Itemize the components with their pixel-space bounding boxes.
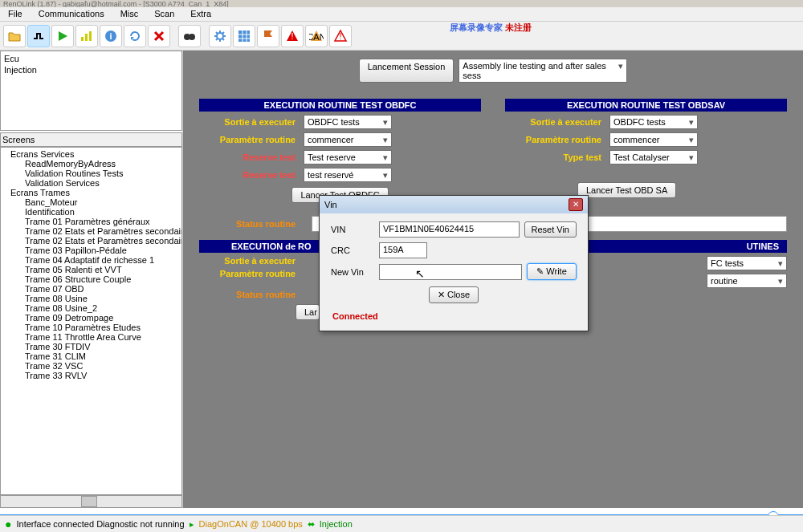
obdsav-sortie-select[interactable]: OBDFC tests xyxy=(609,115,698,129)
vin-label: VIN xyxy=(331,225,379,234)
tree-item[interactable]: Trame 01 Paramètres généraux xyxy=(2,217,180,226)
step-icon[interactable] xyxy=(27,25,50,47)
newvin-input[interactable] xyxy=(379,264,522,280)
field-label: Reserve test xyxy=(199,170,304,180)
tree-item[interactable]: Trame 05 Ralenti et VVT xyxy=(2,265,180,274)
menu-bar: File Communications Misc Scan Extra xyxy=(0,7,803,22)
info-icon[interactable]: i xyxy=(100,25,122,47)
status-text-3: Injection xyxy=(320,519,353,529)
tree-item[interactable]: Trame 30 FTDIV xyxy=(2,342,180,351)
tree-item[interactable]: Identification xyxy=(2,207,180,217)
svg-rect-1 xyxy=(85,34,88,41)
tree-item[interactable]: Validation Routines Tests xyxy=(2,169,180,178)
ecu-item[interactable]: Ecu xyxy=(2,53,180,64)
obdfc-panel: EXECUTION ROUTINE TEST OBDFC Sortie à ex… xyxy=(199,99,481,208)
tree-view[interactable]: Ecrans Services ReadMemoryByAdress Valid… xyxy=(0,147,182,495)
open-icon[interactable] xyxy=(3,25,26,47)
flag-icon[interactable] xyxy=(257,25,279,47)
field-label: Sortie à executer xyxy=(199,256,304,266)
gear-icon[interactable] xyxy=(209,25,231,47)
play-icon[interactable] xyxy=(51,25,74,47)
field-label: Paramètre routine xyxy=(199,269,304,278)
crc-value: 159A xyxy=(379,242,427,258)
tree-group[interactable]: Ecrans Trames xyxy=(2,188,180,197)
tree-item[interactable]: Trame 03 Papillon-Pédale xyxy=(2,246,180,255)
close-button[interactable]: ✕ Close xyxy=(429,286,479,303)
launch-session-button[interactable]: Lancement Session xyxy=(359,59,454,83)
obdsav-panel: EXECUTION ROUTINE TEST OBDSAV Sortie à e… xyxy=(505,99,787,208)
left-panel: Ecu Injection Screens Ecrans Services Re… xyxy=(0,51,183,508)
svg-text:CAN: CAN xyxy=(309,32,324,42)
svg-rect-0 xyxy=(81,37,84,41)
close-icon[interactable]: ✕ xyxy=(569,198,583,211)
status-text-1: Interface connected Diagnostic not runni… xyxy=(16,519,184,529)
tree-group[interactable]: Ecrans Services xyxy=(2,149,180,159)
svg-text:i: i xyxy=(109,31,112,41)
dialog-titlebar[interactable]: Vin ✕ xyxy=(320,196,588,213)
tree-item[interactable]: Trame 32 VSC xyxy=(2,361,180,371)
obdsav-header: EXECUTION ROUTINE TEST OBDSAV xyxy=(505,99,787,112)
menu-scan[interactable]: Scan xyxy=(146,7,182,21)
svg-point-7 xyxy=(217,33,223,39)
svg-rect-8 xyxy=(238,30,250,42)
tree-item[interactable]: Trame 31 CLIM xyxy=(2,351,180,361)
pencil-icon: ✎ xyxy=(536,266,544,276)
field-label: Sortie à executer xyxy=(505,117,609,127)
tree-item[interactable]: Trame 09 Detrompage xyxy=(2,313,180,323)
menu-extra[interactable]: Extra xyxy=(182,7,219,21)
chart-icon[interactable] xyxy=(75,25,98,47)
obdfc-reserve1-select[interactable]: Test reserve xyxy=(304,150,392,164)
tree-item[interactable]: Trame 02 Etats et Paramètres secondaires xyxy=(2,226,180,236)
obdfc-reserve2-select[interactable]: test reservé xyxy=(304,168,392,182)
menu-misc[interactable]: Misc xyxy=(112,7,147,21)
warning-icon-2[interactable]: ! xyxy=(329,25,352,47)
menu-communications[interactable]: Communications xyxy=(31,7,112,21)
ecu-item[interactable]: Injection xyxy=(2,64,180,75)
tree-item[interactable]: ReadMemoryByAdress xyxy=(2,159,180,169)
tree-item[interactable]: Trame 08 Usine xyxy=(2,294,180,303)
svg-rect-2 xyxy=(89,31,92,41)
title-bar: RenOLink (1.87) - gabigafu@hotmail.com -… xyxy=(0,0,803,7)
obdfc-header: EXECUTION ROUTINE TEST OBDFC xyxy=(199,99,481,112)
obdfc-sortie-select[interactable]: OBDFC tests xyxy=(304,115,392,129)
binoculars-icon[interactable] xyxy=(178,25,201,47)
tree-item[interactable]: Trame 08 Usine_2 xyxy=(2,303,180,313)
tree-item[interactable]: Validation Services xyxy=(2,178,180,188)
write-button[interactable]: ✎ Write xyxy=(527,263,577,280)
field-label: Status routine xyxy=(199,290,304,299)
tree-item[interactable]: Trame 06 Structure Couple xyxy=(2,274,180,284)
ecu-list: Ecu Injection xyxy=(0,51,182,131)
session-select[interactable]: Assembly line testing and after sales se… xyxy=(459,59,627,83)
warning-icon-1[interactable]: ! xyxy=(281,25,304,47)
lancer-obdsa-button[interactable]: Lancer Test OBD SA xyxy=(577,182,676,198)
tree-item[interactable]: Banc_Moteur xyxy=(2,197,180,207)
routines-select-1[interactable]: FC tests xyxy=(707,256,787,270)
arrow-icon: ▸ xyxy=(190,519,194,530)
delete-icon[interactable] xyxy=(148,25,170,47)
tree-item[interactable]: Trame 33 RVLV xyxy=(2,371,180,380)
menu-file[interactable]: File xyxy=(0,7,31,21)
status-label: Status routine xyxy=(199,219,304,229)
reset-vin-button[interactable]: Reset Vin xyxy=(524,221,577,238)
newvin-label: New Vin xyxy=(331,267,379,277)
refresh-icon[interactable] xyxy=(124,25,146,47)
obdsav-type-select[interactable]: Test Catalyser xyxy=(609,150,698,164)
tree-item[interactable]: Trame 10 Paramètres Etudes xyxy=(2,323,180,332)
obdfc-param-select[interactable]: commencer xyxy=(304,132,392,147)
grid-icon[interactable] xyxy=(233,25,255,47)
tree-item[interactable]: Trame 04 Adaptatif de richesse 1 xyxy=(2,255,180,265)
tree-item[interactable]: Trame 02 Etats et Paramètres secondaires xyxy=(2,236,180,246)
tree-item[interactable]: Trame 07 OBD xyxy=(2,284,180,294)
svg-text:!: ! xyxy=(339,31,341,41)
field-label: Paramètre routine xyxy=(199,135,304,144)
horizontal-scrollbar[interactable] xyxy=(0,495,182,508)
status-bar: ● Interface connected Diagnostic not run… xyxy=(0,515,803,532)
field-label: Type test xyxy=(505,152,609,162)
lancer-partial-button[interactable]: Lar xyxy=(296,304,320,320)
warning-can-icon[interactable]: CAN xyxy=(305,25,328,47)
tree-item[interactable]: Trame 11 Throttle Area Curve xyxy=(2,332,180,342)
connected-status: Connected xyxy=(331,310,577,323)
routines-select-2[interactable]: routine xyxy=(707,274,787,288)
obdsav-param-select[interactable]: commencer xyxy=(609,132,698,147)
vin-dialog: Vin ✕ VIN VF1BM1N0E40624415 Reset Vin CR… xyxy=(319,195,589,331)
